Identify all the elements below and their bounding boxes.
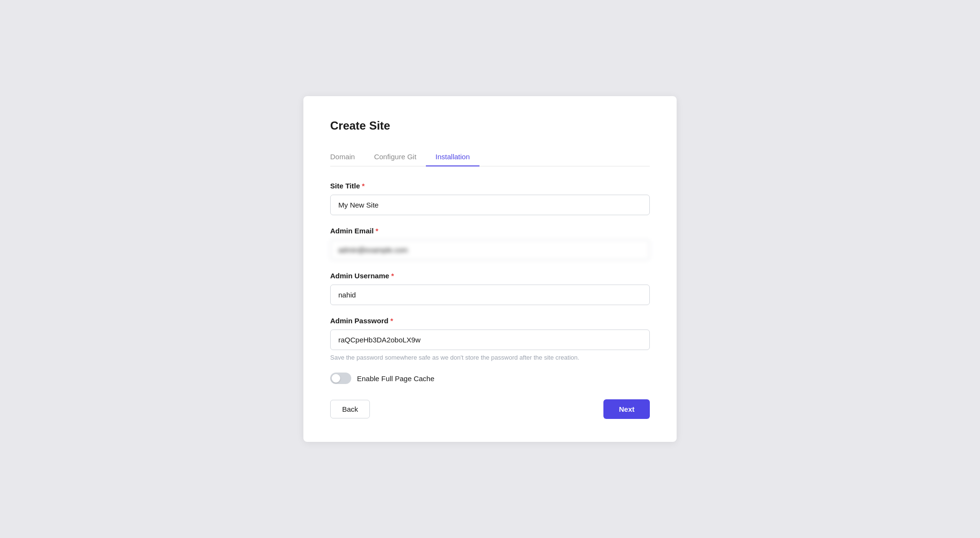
password-hint: Save the password somewhere safe as we d… xyxy=(330,354,650,361)
admin-email-required: * xyxy=(376,227,379,235)
tab-bar: Domain Configure Git Installation xyxy=(330,148,650,166)
toggle-label: Enable Full Page Cache xyxy=(357,374,434,383)
site-title-group: Site Title* xyxy=(330,182,650,215)
admin-email-input[interactable] xyxy=(330,240,650,260)
toggle-row: Enable Full Page Cache xyxy=(330,373,650,384)
page-title: Create Site xyxy=(330,119,650,132)
admin-password-group: Admin Password* Save the password somewh… xyxy=(330,317,650,361)
create-site-card: Create Site Domain Configure Git Install… xyxy=(303,96,677,442)
admin-username-label: Admin Username* xyxy=(330,272,650,280)
admin-password-required: * xyxy=(390,317,393,325)
site-title-label: Site Title* xyxy=(330,182,650,190)
site-title-required: * xyxy=(362,182,365,190)
toggle-slider xyxy=(330,373,351,384)
next-button[interactable]: Next xyxy=(603,399,650,419)
tab-domain[interactable]: Domain xyxy=(330,148,365,166)
tab-installation[interactable]: Installation xyxy=(426,148,479,166)
admin-username-required: * xyxy=(391,272,394,280)
footer-buttons: Back Next xyxy=(330,399,650,419)
admin-password-input[interactable] xyxy=(330,329,650,350)
admin-email-label: Admin Email* xyxy=(330,227,650,235)
tab-configure-git[interactable]: Configure Git xyxy=(365,148,426,166)
admin-email-group: Admin Email* xyxy=(330,227,650,260)
back-button[interactable]: Back xyxy=(330,400,370,418)
admin-username-input[interactable] xyxy=(330,285,650,305)
full-page-cache-toggle[interactable] xyxy=(330,373,351,384)
site-title-input[interactable] xyxy=(330,195,650,215)
admin-password-label: Admin Password* xyxy=(330,317,650,325)
admin-username-group: Admin Username* xyxy=(330,272,650,305)
